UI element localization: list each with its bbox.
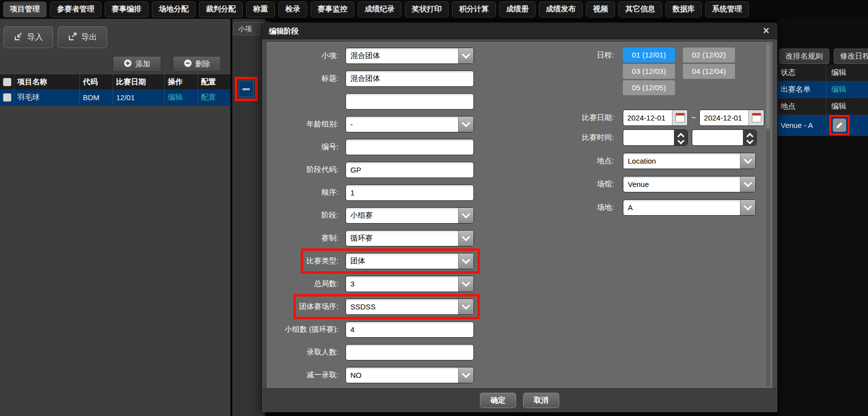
schedule-day-1[interactable]: 01 (12/01) (623, 48, 675, 62)
export-button[interactable]: 导出 (58, 26, 107, 48)
calendar-icon[interactable] (748, 110, 764, 125)
date-from-input[interactable]: 2024-12-01 (623, 110, 688, 126)
field-value: 2024-12-01 (623, 114, 666, 122)
time-to-input[interactable] (692, 129, 757, 146)
nav-tab-9[interactable]: 成绩纪录 (358, 1, 401, 17)
cancel-button[interactable]: 取消 (523, 393, 559, 408)
header-checkbox[interactable] (3, 78, 11, 86)
nav-tab-3[interactable]: 赛事编排 (105, 1, 148, 17)
field-team-match-order[interactable]: SSDSS (345, 298, 474, 315)
field-label: 地点: (529, 156, 614, 166)
field-label: 阶段: (322, 211, 338, 220)
field-group: 赛制:循环赛 (322, 230, 474, 246)
schedule-day-4[interactable]: 04 (12/04) (683, 64, 735, 79)
delete-label: 删除 (196, 59, 210, 69)
chevron-down-icon (458, 276, 473, 292)
field-label: 团体赛场序: (299, 302, 338, 311)
dialog-footer: 确定 取消 (263, 388, 777, 412)
nav-tab-1[interactable]: 项目管理 (3, 1, 47, 17)
nav-tab-10[interactable]: 奖状打印 (405, 1, 449, 17)
nav-tab-12[interactable]: 成绩册 (499, 1, 535, 17)
field-age-group[interactable]: - (345, 116, 474, 132)
edit-link[interactable]: 编辑 (168, 93, 183, 102)
field-group-count[interactable]: 4 (345, 321, 474, 338)
nav-tab-13[interactable]: 成绩发布 (539, 1, 583, 17)
nav-tab-11[interactable]: 积分计算 (452, 1, 496, 17)
field-title[interactable]: 混合团体 (345, 70, 474, 87)
field-stage[interactable]: 小组赛 (345, 207, 474, 224)
nav-tab-7[interactable]: 检录 (278, 1, 307, 17)
schedule-days: 01 (12/01)02 (12/02)03 (12/03)04 (12/04)… (623, 48, 737, 95)
field-minus-one-qualify[interactable]: NO (345, 367, 474, 383)
config-row[interactable]: 状态编辑 (778, 64, 868, 81)
add-button[interactable]: 添加 (113, 56, 161, 72)
date-to-input[interactable]: 2024-12-01 (699, 110, 764, 126)
chevron-down-icon (740, 153, 755, 169)
edit-link[interactable]: 编辑 (831, 68, 846, 77)
config-link[interactable]: 配置 (201, 93, 216, 102)
field-value: 混合团体 (346, 74, 380, 83)
ok-button[interactable]: 确定 (480, 393, 516, 408)
nav-tab-6[interactable]: 称重 (246, 1, 275, 17)
field-row-subevent: 小项:混合团体 (272, 48, 474, 64)
chevron-down-icon (740, 200, 755, 215)
location-select[interactable]: Location (623, 153, 756, 169)
schedule-day-5[interactable]: 05 (12/05) (623, 80, 675, 95)
nav-tab-8[interactable]: 赛事监控 (311, 1, 354, 17)
field-number[interactable] (345, 139, 474, 155)
export-icon (68, 32, 77, 43)
field-order[interactable]: 1 (345, 184, 474, 201)
dialog-scrollbar[interactable] (766, 45, 770, 386)
field-value (692, 130, 696, 138)
nav-tab-2[interactable]: 参赛者管理 (50, 1, 101, 17)
schedule-field-row: 日程: 01 (12/01)02 (12/02)03 (12/03)04 (12… (529, 48, 764, 95)
spinner-icons[interactable] (674, 130, 687, 145)
time-from-input[interactable] (623, 129, 688, 146)
field-value: A (623, 203, 633, 212)
field-group: 标题:混合团体 (322, 70, 474, 87)
nav-tab-17[interactable]: 系统管理 (705, 1, 749, 17)
table-header-cell: 操作 (164, 74, 198, 89)
table-header-row: 项目名称代码比赛日期操作配置 (0, 74, 230, 90)
field-value: SSDSS (346, 302, 376, 311)
config-row[interactable]: 出赛名单编辑 (778, 81, 868, 98)
schedule-day-2[interactable]: 02 (12/02) (683, 48, 735, 62)
import-button[interactable]: 导入 (3, 26, 53, 48)
field-total-games[interactable]: 3 (345, 276, 474, 292)
close-icon[interactable]: × (763, 23, 769, 38)
field-group: 编号: (322, 139, 474, 155)
nav-tab-15[interactable]: 其它信息 (618, 1, 662, 17)
row-checkbox[interactable] (3, 93, 11, 102)
field-subevent[interactable]: 混合团体 (345, 48, 474, 64)
field-label: 录取人数: (307, 348, 338, 357)
collapse-button[interactable] (239, 81, 254, 97)
field-qualified-count[interactable] (345, 344, 474, 360)
field-title-extra[interactable] (345, 93, 474, 110)
table-row[interactable]: 羽毛球BDM12/01编辑配置 (0, 90, 230, 106)
event-name-cell: 羽毛球 (14, 90, 79, 105)
config-row[interactable]: 地点编辑 (778, 98, 868, 115)
calendar-icon[interactable] (672, 110, 687, 125)
edit-icon-button[interactable] (833, 119, 846, 132)
field-format[interactable]: 循环赛 (345, 230, 474, 246)
nav-tab-14[interactable]: 视频 (586, 1, 615, 17)
field-value: 4 (346, 325, 354, 334)
delete-button[interactable]: 删除 (173, 56, 221, 72)
config-row[interactable]: Venue - A (778, 115, 868, 136)
edit-link[interactable]: 编辑 (831, 85, 846, 94)
nav-tab-16[interactable]: 数据库 (666, 1, 702, 17)
nav-tab-5[interactable]: 裁判分配 (199, 1, 243, 17)
schedule-day-3[interactable]: 03 (12/03) (623, 64, 675, 79)
field-label: 编号: (322, 142, 338, 152)
date-separator: ~ (691, 114, 696, 122)
court-select[interactable]: A (623, 199, 756, 216)
edit-link[interactable]: 编辑 (831, 102, 846, 111)
venue-select[interactable]: Venue (623, 176, 756, 192)
field-stage-code[interactable]: GP (345, 162, 474, 178)
field-match-type[interactable]: 团体 (345, 253, 474, 269)
panel-button-2[interactable]: 修改日程 (834, 49, 868, 64)
nav-tab-4[interactable]: 场地分配 (152, 1, 196, 17)
spinner-icons[interactable] (743, 130, 756, 145)
panel-button-1[interactable]: 改排名规则 (779, 49, 829, 64)
location-field-row: 地点: Location (529, 153, 764, 169)
